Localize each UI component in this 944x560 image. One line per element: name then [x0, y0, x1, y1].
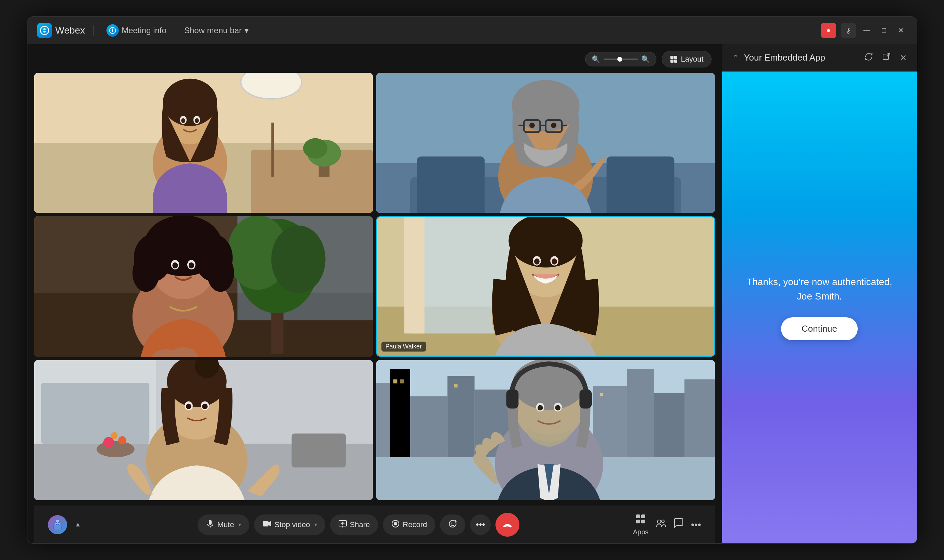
close-button[interactable]: ✕: [895, 24, 907, 37]
expand-chevron-button[interactable]: ▲: [72, 518, 84, 531]
svg-point-22: [181, 118, 185, 123]
main-content: 🔍 🔍 Layout: [28, 44, 917, 543]
more-button[interactable]: •••: [470, 514, 491, 535]
svg-rect-106: [506, 389, 518, 408]
svg-point-16: [303, 138, 327, 158]
sidebar-header: ⌃ Your Embedded App: [722, 44, 917, 72]
key-icon: ⚷: [841, 23, 856, 38]
auth-message: Thanks, you're now authenticated, Joe Sm…: [747, 275, 892, 304]
sidebar-close-button[interactable]: ✕: [898, 51, 909, 65]
auth-text-line2: Joe Smith.: [797, 291, 842, 302]
svg-point-130: [454, 522, 455, 523]
svg-rect-101: [599, 393, 603, 396]
svg-point-68: [534, 258, 540, 265]
video-icon: [262, 519, 272, 530]
svg-rect-78: [291, 433, 345, 467]
svg-point-23: [194, 118, 199, 123]
meeting-info-button[interactable]: Meeting info: [102, 22, 171, 39]
more-options-icon: •••: [691, 519, 701, 530]
apps-icon: [635, 514, 646, 527]
svg-point-55: [172, 263, 178, 269]
participants-button[interactable]: [655, 518, 666, 531]
webex-icon: [37, 23, 52, 38]
svg-point-0: [40, 26, 49, 35]
video-cell-2: [376, 73, 715, 213]
svg-point-85: [186, 403, 191, 409]
svg-point-111: [555, 405, 561, 411]
sidebar-refresh-button[interactable]: [862, 50, 875, 65]
svg-rect-100: [454, 384, 457, 388]
record-button[interactable]: Record: [383, 514, 435, 535]
zoom-control[interactable]: 🔍 🔍: [585, 52, 656, 66]
meeting-info-label: Meeting info: [122, 26, 166, 35]
svg-rect-132: [641, 514, 645, 518]
sidebar-panel: ⌃ Your Embedded App: [722, 44, 917, 543]
svg-point-19: [163, 79, 217, 126]
end-call-button[interactable]: [496, 513, 519, 537]
participants-icon: [655, 518, 666, 531]
svg-point-38: [551, 123, 556, 128]
zoom-out-icon: 🔍: [592, 55, 600, 63]
continue-button[interactable]: Continue: [781, 317, 858, 340]
video-cell-6: [376, 360, 715, 500]
video-cell-4: Paula Walker: [376, 216, 715, 356]
svg-point-76: [118, 436, 126, 444]
svg-rect-6: [670, 60, 673, 63]
svg-rect-7: [674, 60, 677, 63]
video-cell-1: [34, 73, 373, 213]
svg-rect-119: [61, 526, 62, 529]
svg-point-69: [551, 258, 557, 265]
svg-rect-133: [636, 520, 640, 523]
svg-rect-107: [579, 389, 592, 408]
reactions-button[interactable]: [440, 514, 465, 535]
svg-point-74: [96, 441, 134, 457]
zoom-slider[interactable]: [604, 58, 638, 60]
bottom-bar: ▲ Mute ▾: [34, 506, 715, 543]
svg-rect-27: [417, 157, 485, 213]
microphone-icon: [206, 519, 215, 530]
recording-indicator: ●: [821, 23, 836, 38]
svg-rect-99: [400, 379, 404, 383]
svg-rect-62: [404, 217, 424, 334]
share-icon: [338, 519, 347, 530]
share-button[interactable]: Share: [330, 514, 378, 535]
video-toolbar: 🔍 🔍 Layout: [34, 51, 715, 68]
bot-avatar: [48, 515, 67, 534]
mute-button[interactable]: Mute ▾: [197, 514, 249, 535]
svg-point-105: [512, 360, 585, 410]
svg-rect-116: [59, 521, 60, 523]
svg-point-86: [202, 403, 208, 409]
layout-button[interactable]: Layout: [662, 51, 711, 68]
svg-point-56: [188, 263, 194, 269]
more-options-button[interactable]: •••: [691, 519, 701, 530]
webex-logo: Webex: [37, 23, 85, 38]
stop-video-label: Stop video: [275, 520, 310, 529]
show-menu-bar-button[interactable]: Show menu bar ▾: [179, 23, 253, 38]
maximize-button[interactable]: □: [878, 24, 890, 37]
svg-rect-118: [53, 526, 54, 529]
video-cell-5: [34, 360, 373, 500]
svg-rect-117: [54, 525, 61, 529]
chat-button[interactable]: [673, 518, 684, 531]
svg-rect-73: [41, 383, 149, 444]
video-area: 🔍 🔍 Layout: [28, 44, 722, 543]
minimize-button[interactable]: —: [861, 24, 873, 37]
layout-label: Layout: [681, 55, 703, 64]
app-title: Webex: [55, 25, 85, 36]
svg-rect-98: [393, 379, 397, 383]
svg-rect-11: [271, 123, 274, 177]
svg-rect-137: [883, 54, 889, 60]
app-window: Webex Meeting info Show menu bar ▾ ● ⚷ —…: [27, 17, 917, 543]
record-icon: [391, 519, 400, 530]
video-cell-3: [34, 216, 373, 356]
bottom-right-controls: Apps: [633, 514, 701, 536]
sidebar-popout-button[interactable]: [880, 50, 893, 65]
sidebar-actions: ✕: [862, 50, 909, 65]
svg-point-127: [394, 522, 397, 525]
show-menu-label: Show menu bar: [184, 26, 242, 35]
apps-button[interactable]: Apps: [633, 514, 648, 536]
apps-label: Apps: [633, 528, 648, 536]
svg-point-135: [658, 520, 661, 523]
stop-video-button[interactable]: Stop video ▾: [254, 514, 325, 535]
sidebar-collapse-button[interactable]: ⌃: [730, 51, 741, 65]
